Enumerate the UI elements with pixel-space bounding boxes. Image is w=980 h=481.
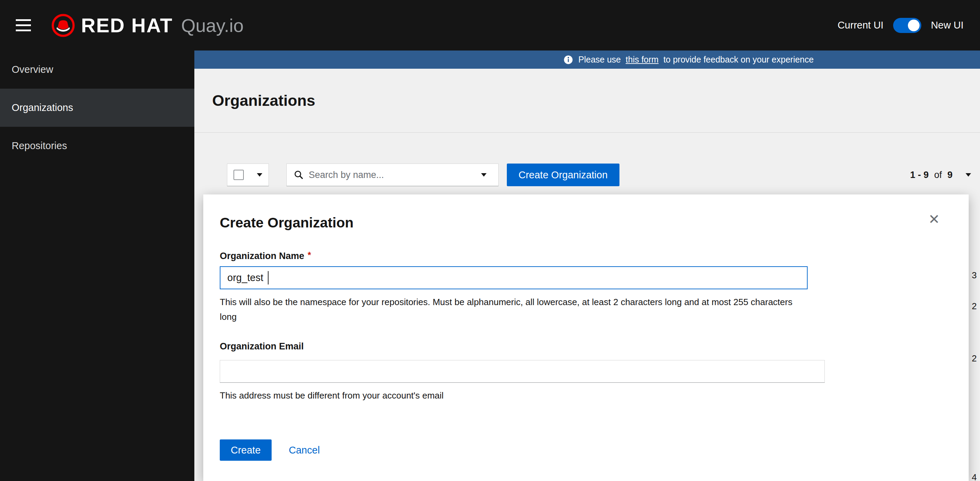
brand-quay-text: Quay.io <box>181 15 243 36</box>
bulk-select-checkbox[interactable] <box>234 170 244 180</box>
create-organization-modal: Create Organization ✕ Organization Name … <box>203 194 969 481</box>
bulk-select-dropdown[interactable] <box>227 164 269 186</box>
search-filter-dropdown[interactable] <box>469 164 498 186</box>
close-icon[interactable]: ✕ <box>928 212 940 226</box>
background-table-fragment: 4 <box>972 472 977 481</box>
modal-actions: Create Cancel <box>220 440 948 461</box>
organization-name-field-wrap <box>220 266 808 289</box>
sidebar-item-overview[interactable]: Overview <box>0 51 194 89</box>
info-icon <box>563 55 573 65</box>
sidebar-item-label: Overview <box>12 64 53 75</box>
organization-email-field-wrap <box>220 360 825 383</box>
cancel-button[interactable]: Cancel <box>289 444 320 456</box>
sidebar-item-label: Repositories <box>12 140 67 151</box>
background-table-fragment: 3 <box>972 270 977 281</box>
sidebar-item-organizations[interactable]: Organizations <box>0 89 194 127</box>
brand-red-hat-text: RED HAT <box>81 14 173 37</box>
pagination-dropdown[interactable]: 1 - 9 of 9 <box>910 170 971 180</box>
switch-knob <box>908 19 920 31</box>
create-organization-button[interactable]: Create Organization <box>507 164 619 186</box>
organization-name-label: Organization Name * <box>220 251 948 261</box>
text-cursor <box>268 271 269 285</box>
pagination-range: 1 - 9 <box>910 170 929 180</box>
organization-name-help: This will also be the namespace for your… <box>220 295 793 324</box>
search-icon <box>294 170 304 180</box>
feedback-banner: Please use this form to provide feedback… <box>194 51 980 69</box>
organization-name-input[interactable] <box>220 266 808 289</box>
red-hat-logo-icon <box>51 13 76 38</box>
new-ui-label: New UI <box>931 19 964 31</box>
nav-toggle-hamburger-icon[interactable] <box>12 16 34 35</box>
sidebar-item-repositories[interactable]: Repositories <box>0 127 194 165</box>
search-group <box>286 164 499 186</box>
create-button[interactable]: Create <box>220 440 272 461</box>
background-table-fragment: 2 <box>972 301 977 312</box>
organization-email-help: This address must be different from your… <box>220 388 793 403</box>
background-table-fragment: 2 <box>972 353 977 364</box>
banner-text-before: Please use <box>578 55 621 65</box>
chevron-down-icon <box>481 173 487 177</box>
page-header: Organizations <box>194 69 980 133</box>
ui-toggle-group: Current UI New UI <box>837 18 964 33</box>
ui-toggle-switch[interactable] <box>893 18 921 33</box>
feedback-form-link[interactable]: this form <box>626 55 659 65</box>
sidebar-nav: Overview Organizations Repositories <box>0 51 194 481</box>
organization-email-label: Organization Email <box>220 341 948 352</box>
pagination-total: 9 <box>947 170 953 180</box>
modal-title: Create Organization <box>220 214 948 231</box>
current-ui-label: Current UI <box>837 19 883 31</box>
masthead: RED HAT Quay.io Current UI New UI <box>0 0 980 51</box>
organization-email-input[interactable] <box>220 360 825 383</box>
sidebar-item-label: Organizations <box>12 102 73 113</box>
page-title: Organizations <box>212 92 315 110</box>
search-input[interactable] <box>309 170 463 180</box>
chevron-down-icon <box>257 173 262 177</box>
required-asterisk: * <box>308 250 311 260</box>
banner-text-after: to provide feedback on your experience <box>663 55 814 65</box>
chevron-down-icon <box>966 173 971 177</box>
search-box <box>287 164 469 186</box>
pagination-of: of <box>934 170 942 180</box>
organizations-toolbar: Create Organization 1 - 9 of 9 <box>194 164 980 186</box>
brand-logo[interactable]: RED HAT Quay.io <box>51 13 244 38</box>
